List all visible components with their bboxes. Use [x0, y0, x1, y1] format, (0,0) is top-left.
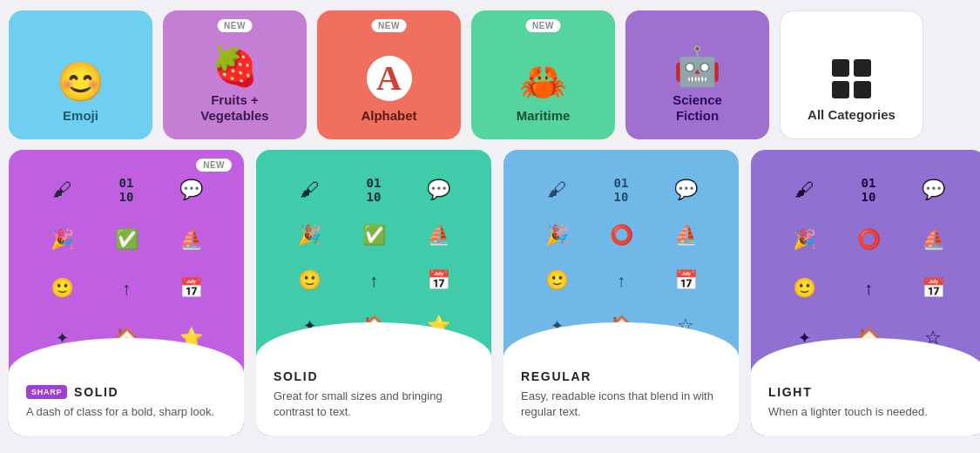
icon-smile-r: 🙂 — [524, 258, 589, 303]
scifi-icon: 🤖 — [673, 47, 721, 85]
alphabet-icon: A — [367, 56, 412, 101]
icon-brush-s: 🖌 — [277, 167, 341, 213]
icon-calendar: 📅 — [159, 266, 223, 311]
sharp-badge: SHARP — [26, 385, 67, 399]
sharp-solid-name-row: SHARP SOLID — [26, 385, 226, 399]
sharp-solid-desc: A dash of class for a bold, sharp look. — [26, 404, 226, 420]
icon-binary-r: 0110 — [589, 167, 653, 213]
regular-name-row: REGULAR — [521, 369, 721, 383]
all-label: All Categories — [808, 107, 896, 123]
new-badge-maritime: NEW — [525, 19, 561, 32]
icon-confetti-r: 🎉 — [524, 213, 589, 258]
alphabet-label: Alphabet — [361, 108, 416, 124]
solid-name-row: SOLID — [274, 369, 474, 383]
light-desc: When a lighter touch is needed. — [768, 404, 969, 420]
light-name: LIGHT — [768, 385, 812, 399]
icon-confetti: 🎉 — [30, 217, 94, 262]
icon-binary-l: 0110 — [836, 167, 901, 213]
icon-check-r: ⭕ — [589, 213, 653, 258]
maritime-icon: 🦀 — [519, 63, 567, 101]
icon-binary-s: 0110 — [341, 167, 406, 213]
icon-check-s: ✅ — [341, 213, 406, 258]
icon-brush-l: 🖌 — [772, 167, 836, 213]
sharp-solid-footer: SHARP SOLID A dash of class for a bold, … — [9, 373, 244, 436]
icon-chat-l: 💬 — [901, 167, 965, 213]
new-badge-fruits: NEW — [217, 19, 253, 32]
category-card-maritime[interactable]: NEW 🦀 Maritime — [471, 10, 615, 139]
all-categories-icon — [832, 59, 871, 98]
solid-footer: SOLID Great for small sizes and bringing… — [256, 357, 491, 436]
icon-check: ✅ — [94, 217, 159, 262]
sharp-solid-name: SOLID — [74, 385, 118, 399]
category-card-all[interactable]: All Categories — [780, 10, 923, 139]
regular-footer: REGULAR Easy, readable icons that blend … — [504, 357, 739, 436]
maritime-label: Maritime — [517, 108, 571, 124]
icon-calendar-r: 📅 — [653, 258, 718, 303]
category-card-alphabet[interactable]: NEW A Alphabet — [317, 10, 461, 139]
icon-brush-r: 🖌 — [524, 167, 589, 213]
icon-smile: 🙂 — [30, 266, 94, 311]
icon-chat-s: 💬 — [406, 167, 470, 213]
icon-arrow-up-r: ↑ — [589, 258, 653, 303]
icon-sailboat-r: ⛵ — [653, 213, 718, 258]
new-badge-alphabet: NEW — [371, 19, 407, 32]
emoji-icon: 😊 — [57, 63, 105, 101]
icon-confetti-l: 🎉 — [772, 217, 836, 262]
light-footer: LIGHT When a lighter touch is needed. — [751, 373, 980, 436]
regular-name: REGULAR — [521, 369, 591, 383]
category-row: 😊 Emoji NEW 🍓 Fruits +Vegetables NEW A A… — [9, 0, 971, 150]
style-card-light[interactable]: 🖌 0110 💬 🎉 ⭕ ⛵ 🙂 ↑ 📅 ✦ 🏠 ☆ LIGHT When a — [751, 150, 980, 436]
fruits-label: Fruits +Vegetables — [200, 92, 268, 124]
icon-smile-s: 🙂 — [277, 258, 341, 303]
new-badge-sharp-solid: NEW — [196, 159, 232, 172]
style-row: NEW 🖌 0110 💬 🎉 ✅ ⛵ 🙂 ↑ 📅 ✦ 🏠 ⭐ SHARP — [9, 150, 971, 436]
emoji-label: Emoji — [63, 108, 98, 124]
solid-name: SOLID — [274, 369, 318, 383]
category-card-emoji[interactable]: 😊 Emoji — [9, 10, 152, 139]
icon-sailboat-l: ⛵ — [901, 217, 965, 262]
icon-confetti-s: 🎉 — [277, 213, 341, 258]
icon-smile-l: 🙂 — [772, 266, 836, 311]
icon-chat-r: 💬 — [653, 167, 718, 213]
icon-sailboat: ⛵ — [159, 217, 223, 262]
fruits-icon: 🍓 — [211, 47, 259, 85]
style-card-solid[interactable]: 🖌 0110 💬 🎉 ✅ ⛵ 🙂 ↑ 📅 ✦ 🏠 ⭐ SOLID Great — [256, 150, 491, 436]
light-name-row: LIGHT — [768, 385, 969, 399]
icon-arrow-up: ↑ — [94, 266, 159, 311]
main-container: 😊 Emoji NEW 🍓 Fruits +Vegetables NEW A A… — [0, 0, 980, 453]
regular-desc: Easy, readable icons that blend in with … — [521, 389, 721, 420]
category-card-fruits[interactable]: NEW 🍓 Fruits +Vegetables — [163, 10, 307, 139]
solid-desc: Great for small sizes and bringing contr… — [274, 389, 474, 420]
icon-chat: 💬 — [159, 167, 223, 213]
scifi-label: ScienceFiction — [672, 92, 722, 124]
category-card-scifi[interactable]: 🤖 ScienceFiction — [625, 10, 769, 139]
icon-brush: 🖌 — [30, 167, 94, 213]
style-card-regular[interactable]: 🖌 0110 💬 🎉 ⭕ ⛵ 🙂 ↑ 📅 ✦ 🏠 ☆ REGULAR Easy — [504, 150, 739, 436]
icon-arrow-up-s: ↑ — [341, 258, 406, 303]
icon-sailboat-s: ⛵ — [406, 213, 470, 258]
icon-arrow-up-l: ↑ — [836, 266, 901, 311]
icon-calendar-l: 📅 — [901, 266, 965, 311]
icon-calendar-s: 📅 — [406, 258, 470, 303]
icon-check-l: ⭕ — [836, 217, 901, 262]
icon-binary: 0110 — [94, 167, 159, 213]
style-card-sharp-solid[interactable]: NEW 🖌 0110 💬 🎉 ✅ ⛵ 🙂 ↑ 📅 ✦ 🏠 ⭐ SHARP — [9, 150, 244, 436]
